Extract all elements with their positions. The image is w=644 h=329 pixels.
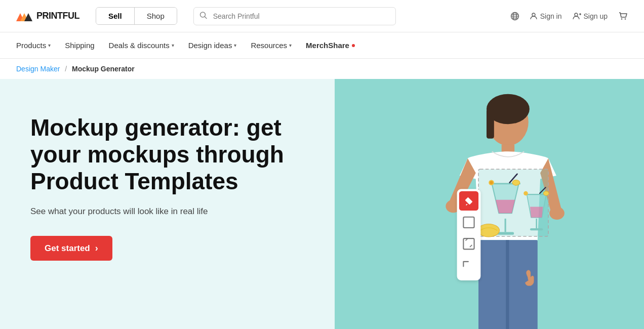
logo-link[interactable]: PRINTFUL xyxy=(16,9,79,23)
svg-rect-50 xyxy=(459,234,478,254)
nav-design-ideas[interactable]: Design ideas ▾ xyxy=(188,41,237,50)
nav-deals[interactable]: Deals & discounts ▾ xyxy=(109,41,174,50)
svg-point-33 xyxy=(490,181,493,184)
signin-link[interactable]: Sign in xyxy=(530,12,562,20)
person-add-icon xyxy=(572,12,581,20)
nav-shipping[interactable]: Shipping xyxy=(65,41,94,50)
svg-rect-36 xyxy=(530,228,543,230)
hero-left: Mockup generator: get your mockups throu… xyxy=(0,79,335,329)
header-right: Sign in Sign up xyxy=(510,11,628,21)
chevron-down-icon: ▾ xyxy=(172,43,174,48)
svg-point-14 xyxy=(621,18,622,19)
nav-resources[interactable]: Resources ▾ xyxy=(251,41,292,50)
hero-subtitle: See what your products will look like in… xyxy=(30,205,304,218)
nav-products[interactable]: Products ▾ xyxy=(16,41,51,50)
logo-icon xyxy=(16,9,32,23)
search-icon xyxy=(199,11,207,21)
svg-point-34 xyxy=(512,180,520,186)
svg-point-15 xyxy=(625,18,626,19)
chevron-down-icon: ▾ xyxy=(289,43,292,48)
svg-marker-38 xyxy=(530,207,543,218)
main-nav: Products ▾ Shipping Deals & discounts ▾ … xyxy=(0,32,644,59)
svg-point-10 xyxy=(532,13,535,16)
svg-point-42 xyxy=(544,191,549,195)
globe-icon xyxy=(510,12,519,21)
svg-point-41 xyxy=(524,191,528,195)
chevron-down-icon: ▾ xyxy=(48,43,51,48)
cart-button[interactable] xyxy=(618,11,628,21)
signin-label: Sign in xyxy=(540,12,562,20)
signup-label: Sign up xyxy=(584,12,608,20)
svg-point-22 xyxy=(550,207,565,220)
chevron-down-icon: ▾ xyxy=(234,43,236,48)
breadcrumb-separator: / xyxy=(65,65,67,73)
sell-shop-toggle: Sell Shop xyxy=(96,7,177,25)
svg-rect-24 xyxy=(506,240,509,329)
logo-text: PRINTFUL xyxy=(36,11,79,21)
breadcrumb: Design Maker / Mockup Generator xyxy=(0,59,644,79)
shop-button[interactable]: Shop xyxy=(135,8,177,24)
get-started-button[interactable]: Get started › xyxy=(30,236,112,261)
svg-rect-55 xyxy=(528,270,530,280)
svg-point-43 xyxy=(478,224,499,237)
svg-point-11 xyxy=(575,13,578,16)
hero-section: Mockup generator: get your mockups throu… xyxy=(0,79,644,329)
search-input[interactable] xyxy=(193,7,396,25)
svg-rect-27 xyxy=(497,232,514,234)
cart-icon xyxy=(618,11,628,21)
breadcrumb-current: Mockup Generator xyxy=(72,65,135,73)
globe-button[interactable] xyxy=(510,12,519,21)
person-icon xyxy=(530,12,538,20)
nav-merch-share[interactable]: MerchShare xyxy=(306,41,355,50)
svg-marker-29 xyxy=(496,200,515,214)
cta-label: Get started xyxy=(45,243,90,254)
breadcrumb-parent[interactable]: Design Maker xyxy=(16,65,60,73)
svg-line-4 xyxy=(205,17,207,19)
merch-badge xyxy=(352,44,355,47)
hero-image xyxy=(335,79,644,329)
cta-arrow-icon: › xyxy=(95,243,98,254)
hero-right xyxy=(335,79,644,329)
sell-button[interactable]: Sell xyxy=(96,8,135,24)
main-header: PRINTFUL Sell Shop xyxy=(0,0,644,32)
svg-rect-19 xyxy=(487,109,494,138)
hero-title: Mockup generator: get your mockups throu… xyxy=(30,114,304,195)
svg-rect-54 xyxy=(459,256,478,275)
svg-rect-48 xyxy=(459,213,478,232)
search-container xyxy=(193,7,396,25)
signup-link[interactable]: Sign up xyxy=(572,12,608,20)
